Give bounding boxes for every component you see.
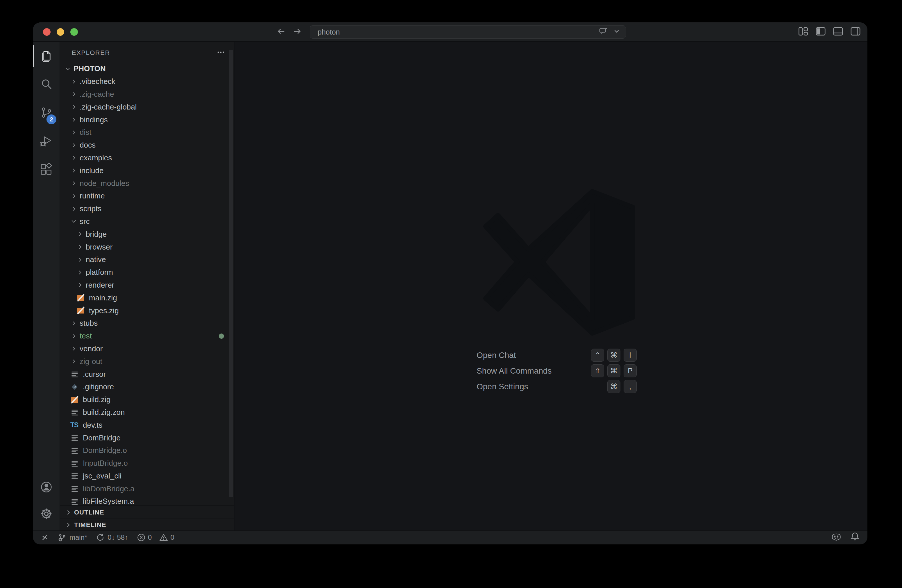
timeline-section-header[interactable]: TIMELINE bbox=[60, 519, 234, 530]
copilot-status-icon[interactable] bbox=[832, 532, 841, 543]
tree-item-label: platform bbox=[86, 268, 113, 277]
zoom-window-button[interactable] bbox=[70, 28, 78, 36]
branch-name: main* bbox=[69, 533, 87, 541]
file-icon bbox=[70, 484, 79, 493]
tree-item-.cursor[interactable]: .cursor bbox=[60, 368, 234, 381]
activity-item-accounts[interactable] bbox=[33, 474, 60, 501]
tree-item-native[interactable]: native bbox=[60, 253, 234, 266]
activity-item-source-control[interactable]: 2 bbox=[33, 99, 60, 127]
activity-item-settings[interactable] bbox=[33, 501, 60, 528]
command-center-value: photon bbox=[318, 28, 340, 36]
chevron-right-icon bbox=[70, 167, 77, 174]
tree-item-label: scripts bbox=[80, 204, 102, 213]
tree-item-include[interactable]: include bbox=[60, 164, 234, 177]
command-center[interactable]: photon bbox=[310, 25, 626, 39]
file-tree: PHOTON .vibecheck .zig-cache .zig-cache-… bbox=[60, 63, 234, 508]
sidebar-header: EXPLORER bbox=[60, 42, 234, 60]
tree-item-platform[interactable]: platform bbox=[60, 266, 234, 279]
tree-item-docs[interactable]: docs bbox=[60, 139, 234, 152]
tree-item-bridge[interactable]: bridge bbox=[60, 228, 234, 241]
chevron-right-icon bbox=[70, 116, 77, 123]
tree-item-renderer[interactable]: renderer bbox=[60, 279, 234, 292]
tree-item-dist[interactable]: dist bbox=[60, 126, 234, 139]
chevron-right-icon bbox=[70, 320, 77, 327]
status-bar: main* 0↓ 58↑ 0 0 bbox=[33, 530, 868, 544]
chevron-right-icon bbox=[77, 269, 83, 276]
file-icon bbox=[70, 446, 79, 455]
tree-item-scripts[interactable]: scripts bbox=[60, 202, 234, 215]
tree-item-label: .vibecheck bbox=[80, 77, 115, 86]
tree-item-.zig-cache-global[interactable]: .zig-cache-global bbox=[60, 100, 234, 113]
tree-item-examples[interactable]: examples bbox=[60, 152, 234, 164]
tree-item-bindings[interactable]: bindings bbox=[60, 113, 234, 126]
tree-item-label: dist bbox=[80, 128, 91, 137]
keycap: ⌘ bbox=[608, 349, 620, 362]
tree-item-runtime[interactable]: runtime bbox=[60, 190, 234, 202]
git-sync-status[interactable]: 0↓ 58↑ bbox=[96, 533, 128, 542]
tree-item-dev.ts[interactable]: TSdev.ts bbox=[60, 419, 234, 432]
tree-item-.vibecheck[interactable]: .vibecheck bbox=[60, 75, 234, 88]
tree-item-src[interactable]: src bbox=[60, 215, 234, 228]
zig-file-icon bbox=[77, 306, 85, 315]
tree-item-DomBridge.o[interactable]: DomBridge.o bbox=[60, 444, 234, 457]
activity-item-run-debug[interactable] bbox=[33, 127, 60, 156]
zig-file-icon bbox=[77, 293, 85, 302]
tree-item-label: zig-out bbox=[80, 357, 102, 366]
tree-item-label: .zig-cache bbox=[80, 90, 114, 99]
tree-item-label: .cursor bbox=[83, 370, 106, 379]
toggle-panel-icon[interactable] bbox=[833, 26, 844, 38]
tree-item-PHOTON[interactable]: PHOTON bbox=[60, 63, 234, 75]
tree-item-label: bridge bbox=[86, 230, 106, 239]
tree-item-DomBridge[interactable]: DomBridge bbox=[60, 432, 234, 444]
activity-item-extensions[interactable] bbox=[33, 156, 60, 184]
tree-item-label: main.zig bbox=[89, 293, 117, 302]
tree-item-libDomBridge.a[interactable]: libDomBridge.a bbox=[60, 482, 234, 495]
customize-layout-icon[interactable] bbox=[798, 26, 809, 38]
run-debug-icon bbox=[39, 134, 53, 149]
gitignore-icon bbox=[70, 383, 79, 391]
keycap: I bbox=[623, 349, 637, 362]
problems-status[interactable]: 0 0 bbox=[137, 533, 174, 542]
tree-item-build.zig[interactable]: build.zig bbox=[60, 393, 234, 406]
tree-item-build.zig.zon[interactable]: build.zig.zon bbox=[60, 406, 234, 419]
tree-item-jsc_eval_cli[interactable]: jsc_eval_cli bbox=[60, 470, 234, 483]
chevron-down-icon[interactable] bbox=[612, 27, 621, 37]
tree-item-zig-out[interactable]: zig-out bbox=[60, 355, 234, 368]
tree-item-label: examples bbox=[80, 153, 112, 163]
tree-item-label: .zig-cache-global bbox=[80, 103, 137, 111]
sync-counts: 0↓ 58↑ bbox=[108, 533, 128, 541]
chevron-right-icon bbox=[70, 333, 77, 339]
git-branch-status[interactable]: main* bbox=[58, 533, 87, 542]
copilot-chat-icon[interactable] bbox=[599, 27, 608, 37]
activity-item-explorer[interactable] bbox=[33, 42, 60, 70]
more-actions-icon[interactable] bbox=[216, 48, 225, 58]
tree-item-main.zig[interactable]: main.zig bbox=[60, 291, 234, 304]
toggle-secondary-sidebar-icon[interactable] bbox=[850, 26, 861, 38]
activity-item-search[interactable] bbox=[33, 70, 60, 99]
sidebar-scrollbar[interactable] bbox=[229, 50, 233, 497]
tree-item-.zig-cache[interactable]: .zig-cache bbox=[60, 88, 234, 101]
notifications-bell-icon[interactable] bbox=[850, 532, 860, 543]
minimize-window-button[interactable] bbox=[57, 28, 64, 36]
tree-item-.gitignore[interactable]: .gitignore bbox=[60, 381, 234, 393]
watermark-shortcuts: Open Chat ⌃⌘I Show All Commands ⇧⌘P Open… bbox=[476, 349, 637, 396]
tree-item-browser[interactable]: browser bbox=[60, 241, 234, 253]
tree-item-label: DomBridge bbox=[83, 433, 121, 443]
remote-indicator[interactable] bbox=[41, 533, 49, 542]
tree-item-InputBridge.o[interactable]: InputBridge.o bbox=[60, 457, 234, 470]
outline-section-header[interactable]: OUTLINE bbox=[60, 505, 234, 519]
tree-item-label: libFileSystem.a bbox=[83, 497, 134, 506]
tree-item-node_modules[interactable]: node_modules bbox=[60, 177, 234, 190]
layout-controls bbox=[798, 22, 861, 41]
tree-item-test[interactable]: test bbox=[60, 330, 234, 342]
back-icon[interactable] bbox=[277, 27, 286, 37]
tree-item-vendor[interactable]: vendor bbox=[60, 342, 234, 355]
tree-item-stubs[interactable]: stubs bbox=[60, 317, 234, 330]
tree-item-label: DomBridge.o bbox=[83, 446, 127, 455]
tree-item-types.zig[interactable]: types.zig bbox=[60, 304, 234, 317]
tree-item-label: InputBridge.o bbox=[83, 459, 128, 468]
forward-icon[interactable] bbox=[293, 27, 301, 37]
sidebar-title: EXPLORER bbox=[72, 49, 216, 57]
close-window-button[interactable] bbox=[43, 28, 50, 36]
toggle-primary-sidebar-icon[interactable] bbox=[815, 26, 826, 38]
